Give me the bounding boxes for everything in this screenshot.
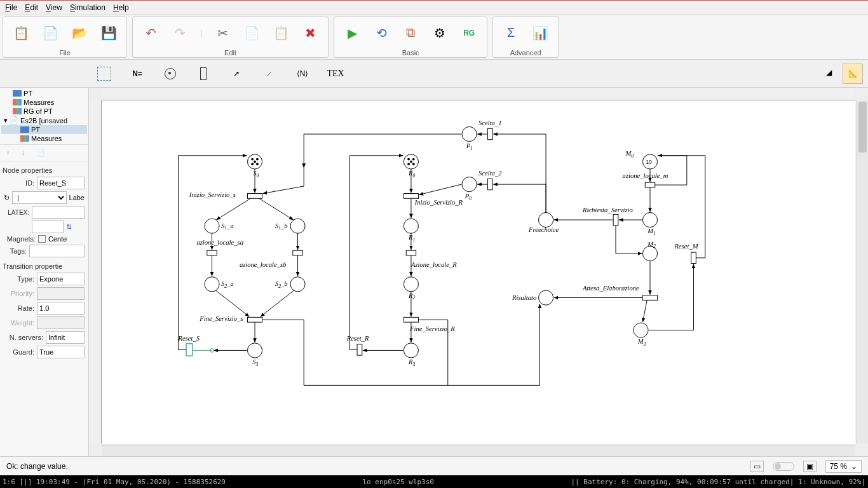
play-icon[interactable]: ▶ [343,24,361,42]
tags-input[interactable] [29,245,85,257]
tree-es2b-pt[interactable]: PT [1,125,87,134]
transition-tool[interactable] [194,65,212,83]
new-project-icon[interactable]: 📋 [12,24,30,42]
svg-line-22 [259,198,294,220]
svg-text:M0: M0 [625,150,634,159]
angle-n-tool[interactable]: ⟨N⟩ [294,65,311,83]
id-input[interactable] [37,177,85,189]
svg-rect-104 [642,295,657,301]
rate-input[interactable] [37,302,85,315]
svg-rect-13 [247,194,262,199]
svg-text:Azione_locale_R: Azione_locale_R [410,261,457,268]
svg-point-19 [290,219,305,233]
spinner-icon[interactable]: ⇅ [66,223,72,231]
select-tool[interactable] [95,65,113,83]
svg-point-94 [642,212,657,227]
svg-line-37 [215,290,249,316]
menu-edit[interactable]: Edit [25,3,38,12]
delete-icon[interactable]: ✖ [301,24,319,42]
svg-text:S1_a: S1_a [221,222,234,231]
tree-es2b-measures[interactable]: Measures [1,134,87,143]
svg-line-111 [642,300,647,322]
menu-help[interactable]: Help [113,3,129,12]
type-input[interactable] [37,273,85,285]
n-equals-tool[interactable]: N= [128,65,146,83]
ruler-icon[interactable]: 📐 [843,64,863,84]
canvas[interactable]: Scelta_1 P1 S0 Inizio_Servizio_s [102,100,855,444]
zoom-in-icon[interactable]: ▣ [803,461,817,472]
eraser-icon[interactable]: ◢ [820,64,837,81]
svg-rect-56 [487,179,492,189]
svg-rect-61 [403,194,418,199]
system-bar: 1:6 [|] 19:03:49 - (Fri 01 May, 05.2020)… [0,475,868,488]
cut-icon[interactable]: ✂ [214,24,231,42]
inhibitor-arc-tool[interactable]: ⟋ [261,65,278,83]
svg-text:S2_a: S2_a [221,280,234,289]
aux-input[interactable] [32,220,64,233]
servers-input[interactable] [46,331,85,344]
tree-es2b[interactable]: ▾ 📄 Es2B [unsaved [1,116,87,125]
copy-icon[interactable]: 📄 [243,24,261,42]
duplicate-icon[interactable]: 📄 [36,149,45,157]
svg-text:S3: S3 [252,358,258,367]
move-up-icon[interactable]: ↑ [6,149,10,157]
menu-file[interactable]: File [5,3,17,12]
magnet-checkbox[interactable] [38,235,46,243]
tree-rg-of-pt[interactable]: RG of PT [1,107,87,116]
paste-icon[interactable]: 📋 [272,24,290,42]
svg-rect-74 [403,317,418,322]
svg-rect-36 [247,317,262,322]
save-all-icon[interactable]: 💾 [100,24,118,42]
svg-text:Fine_Servizio_R: Fine_Servizio_R [409,325,455,332]
svg-text:Reset_M: Reset_M [674,243,699,250]
menu-view[interactable]: View [46,3,62,12]
guard-input[interactable] [37,346,85,358]
tool-basic-3-icon[interactable]: ⧉ [402,24,419,42]
latex-input[interactable] [32,206,85,219]
scrollbar-vertical[interactable] [857,100,868,444]
sysbar-mid: lo enp0s25 wlp3s0 [362,478,434,486]
tool-adv-2-icon[interactable]: 📊 [531,24,549,42]
open-icon[interactable]: 📂 [71,24,88,42]
tree-pt[interactable]: PT [1,89,87,98]
svg-line-63 [419,184,461,194]
toolbar-group-file: 📋 📄 📂 💾 File [3,17,127,58]
sysbar-left: 1:6 [|] 19:03:49 - (Fri 01 May, 05.2020)… [3,478,226,486]
arc-tool[interactable]: ↗ [227,65,245,83]
svg-text:S0: S0 [253,170,259,179]
scrollbar-horizontal[interactable] [102,445,855,456]
rotate-icon[interactable]: ↻ [4,194,10,202]
tool-basic-4-icon[interactable]: ⚙ [431,24,449,42]
status-bar: Ok: change value. ▭ ▣ 75 %⌄ [0,456,868,475]
svg-text:Inizio_Servizio_s: Inizio_Servizio_s [189,191,236,198]
zoom-out-icon[interactable]: ▭ [750,461,764,472]
left-panel: PT Measures RG of PT ▾ 📄 Es2B [unsaved P… [0,88,89,456]
tool-basic-rg-icon[interactable]: RG [460,24,478,42]
menu-simulation[interactable]: Simulation [70,3,105,12]
svg-point-9 [256,163,259,165]
rotation-select[interactable]: | [12,191,67,204]
tree-measures[interactable]: Measures [1,98,87,107]
drawing-toolbar: N= ↗ ⟋ ⟨N⟩ TEX ◢ 📐 [0,60,868,88]
tex-tool[interactable]: TEX [327,65,344,83]
svg-text:Inizio_Servizio_R: Inizio_Servizio_R [414,199,463,206]
place-tool[interactable] [161,65,179,83]
svg-text:M3: M3 [637,338,646,347]
sigma-icon[interactable]: Σ [502,24,520,42]
svg-text:10: 10 [646,159,652,165]
new-page-icon[interactable]: 📄 [41,24,59,42]
redo-icon[interactable]: ↷ [171,24,189,42]
toolbar-label-edit: Edit [133,48,328,57]
undo-icon[interactable]: ↶ [142,24,159,42]
zoom-combo[interactable]: 75 %⌄ [825,460,862,473]
zoom-toggle[interactable] [773,462,794,471]
svg-text:azione_locale_sa: azione_locale_sa [196,239,243,246]
svg-rect-43 [186,344,193,356]
svg-point-83 [539,212,553,227]
svg-rect-89 [645,182,654,187]
move-down-icon[interactable]: ↓ [22,149,25,157]
svg-text:R1: R1 [408,234,415,243]
svg-text:Risultato: Risultato [512,294,536,301]
tool-basic-2-icon[interactable]: ⟲ [372,24,390,42]
svg-point-57 [462,177,477,192]
